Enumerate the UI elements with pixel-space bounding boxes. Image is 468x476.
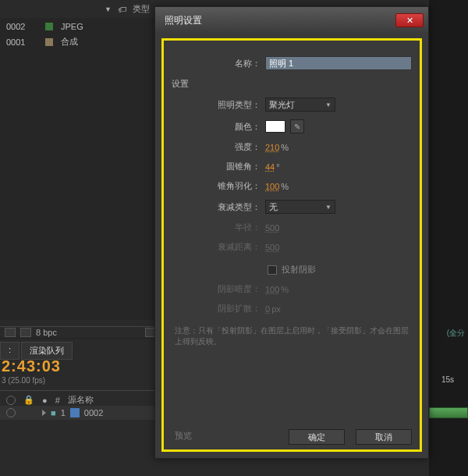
layer-name: 0002: [84, 408, 103, 417]
item-type: 合成: [61, 36, 78, 48]
falloff-distance-value: 500: [265, 243, 279, 252]
project-row[interactable]: 0002 JPEG: [0, 20, 156, 34]
cone-angle-value[interactable]: 44: [265, 162, 275, 172]
time-marker: 15s: [441, 375, 454, 384]
timecode-sub: 3 (25.00 fps): [2, 376, 45, 385]
twirl-icon[interactable]: [42, 410, 46, 416]
cancel-button[interactable]: 取消: [356, 429, 412, 445]
light-settings-dialog: 照明设置 ✕ 名称： 设置 照明类型： 聚光灯 ▼ 颜色： ✎ 强度： 2: [154, 6, 429, 459]
shadow-diffusion-label: 阴影扩散：: [172, 303, 265, 314]
project-panel: ▼ 🏷 类型 0002 JPEG 0001 合成: [0, 0, 156, 320]
lock-icon[interactable]: 🔒: [23, 395, 34, 405]
layer-label-swatch: ■: [51, 408, 56, 417]
close-button[interactable]: ✕: [395, 13, 424, 27]
falloff-type-label: 衰减类型：: [172, 201, 265, 213]
dialog-body: 名称： 设置 照明类型： 聚光灯 ▼ 颜色： ✎ 强度： 210 % 圆锥角： …: [161, 38, 422, 452]
dropdown-value: 聚光灯: [269, 99, 295, 111]
eyedropper-button[interactable]: ✎: [290, 119, 304, 133]
dropdown-value: 无: [269, 201, 278, 213]
layer-index: 1: [61, 408, 66, 417]
col-source-name: 源名称: [68, 394, 94, 406]
intensity-value[interactable]: 210: [265, 143, 279, 152]
ok-button[interactable]: 确定: [289, 429, 345, 445]
shadow-note: 注意：只有「投射阴影」在图层上启用时，「接受阴影」才会在图层上得到反映。: [172, 325, 412, 347]
settings-section-label: 设置: [172, 78, 412, 90]
radius-value: 500: [265, 223, 279, 233]
folder-icon[interactable]: [20, 328, 31, 337]
name-label: 名称：: [172, 58, 265, 69]
item-name: 0002: [6, 22, 37, 31]
tag-icon[interactable]: 🏷: [118, 5, 126, 14]
falloff-type-dropdown[interactable]: 无 ▼: [265, 200, 335, 214]
viewer-panel: [429, 0, 468, 476]
project-header: ▼ 🏷 类型: [0, 0, 156, 18]
footage-icon: [70, 408, 80, 417]
chevron-down-icon[interactable]: ▼: [105, 5, 112, 13]
label-swatch: [45, 38, 53, 46]
cone-feather-label: 锥角羽化：: [172, 180, 265, 192]
cast-shadow-checkbox[interactable]: [268, 265, 277, 275]
timeline-row[interactable]: ■ 1 0002: [0, 406, 156, 420]
eye-icon[interactable]: [6, 396, 16, 405]
project-footer: 8 bpc: [0, 326, 161, 339]
shadow-darkness-value: 100: [265, 285, 279, 294]
item-name: 0001: [6, 37, 37, 47]
cone-angle-label: 圆锥角：: [172, 161, 265, 172]
cast-shadow-label: 投射阴影: [282, 264, 316, 275]
dialog-title: 照明设置: [165, 14, 202, 27]
intensity-unit: %: [281, 143, 289, 152]
name-input[interactable]: [265, 56, 412, 70]
layer-bar[interactable]: [429, 407, 468, 418]
cone-feather-unit: %: [281, 182, 289, 191]
shadow-diffusion-value: 0: [265, 304, 270, 314]
bin-icon[interactable]: [5, 328, 16, 337]
falloff-distance-label: 衰减距离：: [172, 241, 265, 253]
type-column-header[interactable]: 类型: [133, 3, 150, 15]
shadow-darkness-unit: %: [281, 285, 289, 294]
chevron-down-icon: ▼: [325, 101, 332, 108]
project-row[interactable]: 0001 合成: [0, 34, 156, 50]
eyedropper-icon: ✎: [294, 123, 300, 131]
intensity-label: 强度：: [172, 141, 265, 153]
item-type: JPEG: [61, 22, 83, 31]
shadow-diffusion-unit: px: [271, 304, 281, 314]
light-type-dropdown[interactable]: 聚光灯 ▼: [265, 98, 335, 112]
resolution-label[interactable]: (全分: [447, 328, 465, 339]
bpc-indicator[interactable]: 8 bpc: [36, 328, 57, 337]
col-number: #: [55, 396, 60, 405]
shadow-darkness-label: 阴影暗度：: [172, 283, 265, 295]
light-type-label: 照明类型：: [172, 99, 265, 111]
close-icon: ✕: [406, 16, 413, 26]
cone-angle-unit: °: [276, 162, 279, 172]
dialog-titlebar[interactable]: 照明设置 ✕: [155, 7, 428, 34]
label-swatch: [45, 23, 53, 30]
eye-icon[interactable]: [6, 408, 16, 417]
color-label: 颜色：: [172, 121, 265, 133]
color-swatch[interactable]: [265, 120, 285, 133]
radius-label: 半径：: [172, 222, 265, 233]
chevron-down-icon: ▼: [325, 204, 332, 211]
cone-feather-value[interactable]: 100: [265, 182, 279, 191]
timecode[interactable]: 2:43:03: [2, 357, 61, 375]
preview-link[interactable]: 预览: [175, 430, 192, 442]
label-icon[interactable]: ●: [42, 396, 48, 405]
